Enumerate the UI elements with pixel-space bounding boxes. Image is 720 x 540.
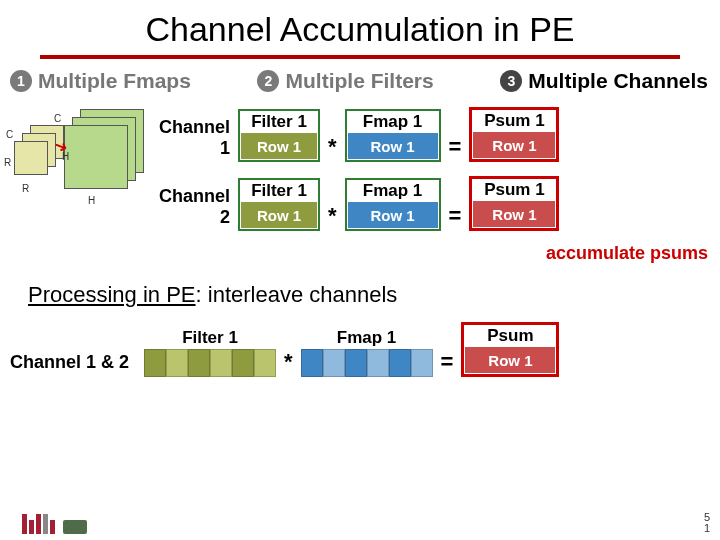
ch1-psum-val: Row 1 [473, 132, 555, 158]
footer: 51 [0, 512, 710, 534]
ch2-op-mul: * [320, 203, 345, 231]
channel-2-row: Channel 2 Filter 1 Row 1 * Fmap 1 Row 1 … [146, 176, 720, 231]
dim-r-1: R [4, 157, 11, 168]
ch1-fmap: Fmap 1 Row 1 [345, 109, 441, 162]
ch1-filter: Filter 1 Row 1 [238, 109, 320, 162]
ch2-fmap-val: Row 1 [348, 202, 438, 228]
accumulate-note: accumulate psums [146, 243, 720, 264]
mit-logo-icon [22, 514, 55, 534]
ch2-filter: Filter 1 Row 1 [238, 178, 320, 231]
tab-fmaps: 1 Multiple Fmaps [10, 69, 191, 93]
channel-1-row: Channel 1 Filter 1 Row 1 * Fmap 1 Row 1 … [146, 107, 720, 162]
ch1-fmap-val: Row 1 [348, 133, 438, 159]
tab-label-2: Multiple Filters [285, 69, 433, 93]
tab-channels: 3 Multiple Channels [500, 69, 708, 93]
page-number: 51 [704, 512, 710, 534]
tab-num-2: 2 [257, 70, 279, 92]
title-rule [40, 55, 680, 59]
processing-underline: Processing in PE [28, 282, 196, 307]
bottom-filter-cells [144, 349, 276, 377]
chip-icon [63, 520, 87, 534]
bottom-op-mul: * [276, 349, 301, 377]
ch1-psum: Psum 1 Row 1 [469, 107, 559, 162]
bottom-fmap-cells [301, 349, 433, 377]
ch2-psum-val: Row 1 [473, 201, 555, 227]
ch1-label: Channel 1 [146, 117, 238, 162]
bottom-filter: Filter 1 [144, 328, 276, 377]
bottom-fmap: Fmap 1 [301, 328, 433, 377]
slide-title: Channel Accumulation in PE [0, 0, 720, 49]
dim-c-1: C [6, 129, 13, 140]
bottom-filter-hdr: Filter 1 [182, 328, 238, 348]
processing-line: Processing in PE: interleave channels [0, 264, 720, 308]
tab-filters: 2 Multiple Filters [257, 69, 433, 93]
bottom-fmap-hdr: Fmap 1 [337, 328, 397, 348]
ch2-label: Channel 2 [146, 186, 238, 231]
dim-h-2: H [88, 195, 95, 206]
bottom-psum-val: Row 1 [465, 347, 555, 373]
dim-c-2: C [54, 113, 61, 124]
ch2-filter-val: Row 1 [241, 202, 317, 228]
bottom-psum-hdr: Psum [487, 326, 533, 346]
bottom-ch-label: Channel 1 & 2 [10, 352, 144, 377]
ch2-fmap-hdr: Fmap 1 [363, 181, 423, 201]
bottom-psum: Psum Row 1 [461, 322, 559, 377]
ch2-op-eq: = [441, 203, 470, 231]
ch1-op-eq: = [441, 134, 470, 162]
interleave-row: Channel 1 & 2 Filter 1 * Fmap 1 = Psum R… [0, 308, 720, 377]
ch1-op-mul: * [320, 134, 345, 162]
tab-label-3: Multiple Channels [528, 69, 708, 93]
bottom-op-eq: = [433, 349, 462, 377]
ch1-fmap-hdr: Fmap 1 [363, 112, 423, 132]
dim-r-2: R [22, 183, 29, 194]
tab-num-3: 3 [500, 70, 522, 92]
ch1-filter-hdr: Filter 1 [251, 112, 307, 132]
ch1-psum-hdr: Psum 1 [484, 111, 544, 131]
ch1-filter-val: Row 1 [241, 133, 317, 159]
ch2-filter-hdr: Filter 1 [251, 181, 307, 201]
ch2-fmap: Fmap 1 Row 1 [345, 178, 441, 231]
ch2-psum: Psum 1 Row 1 [469, 176, 559, 231]
tab-label-1: Multiple Fmaps [38, 69, 191, 93]
tab-num-1: 1 [10, 70, 32, 92]
tensor-diagram: C C R R H H ➜ [6, 101, 146, 261]
ch2-psum-hdr: Psum 1 [484, 180, 544, 200]
processing-rest: : interleave channels [196, 282, 398, 307]
section-tabs: 1 Multiple Fmaps 2 Multiple Filters 3 Mu… [0, 69, 720, 93]
